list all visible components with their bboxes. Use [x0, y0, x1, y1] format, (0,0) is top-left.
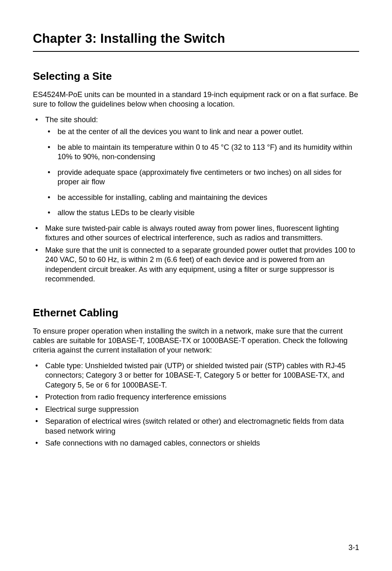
selecting-site-sublist: be at the center of all the devices you … [45, 127, 359, 218]
list-item: be accessible for installing, cabling an… [45, 193, 359, 202]
list-item: Safe connections with no damaged cables,… [33, 439, 359, 448]
list-item: Make sure that the unit is connected to … [33, 246, 359, 284]
ethernet-cabling-intro: To ensure proper operation when installi… [33, 327, 359, 355]
section-gap [33, 290, 359, 306]
list-item-text: The site should: [45, 116, 98, 124]
chapter-title: Chapter 3: Installing the Switch [33, 31, 359, 46]
section-title-selecting-site: Selecting a Site [33, 70, 359, 83]
list-item: Electrical surge suppression [33, 405, 359, 414]
page-number: 3-1 [348, 543, 359, 552]
title-divider [33, 51, 359, 52]
list-item: The site should: be at the center of all… [33, 115, 359, 218]
list-item: Protection from radio frequency interfer… [33, 392, 359, 402]
page-container: Chapter 3: Installing the Switch Selecti… [0, 0, 392, 571]
selecting-site-intro: ES4524M-PoE units can be mounted in a st… [33, 90, 359, 109]
selecting-site-list: The site should: be at the center of all… [33, 115, 359, 284]
list-item: Cable type: Unshielded twisted pair (UTP… [33, 361, 359, 390]
list-item: allow the status LEDs to be clearly visi… [45, 208, 359, 218]
list-item: Make sure twisted-pair cable is always r… [33, 224, 359, 243]
list-item: be able to maintain its temperature with… [45, 143, 359, 162]
list-item: provide adequate space (approximately fi… [45, 168, 359, 187]
list-item: Separation of electrical wires (switch r… [33, 417, 359, 436]
list-item: be at the center of all the devices you … [45, 127, 359, 137]
section-title-ethernet-cabling: Ethernet Cabling [33, 306, 359, 319]
ethernet-cabling-list: Cable type: Unshielded twisted pair (UTP… [33, 361, 359, 448]
